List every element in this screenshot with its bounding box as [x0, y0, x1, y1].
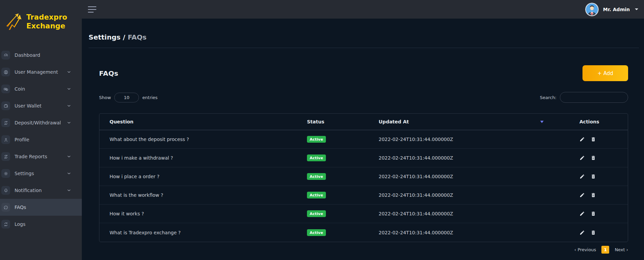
sidebar-item-label: Notification [15, 188, 42, 193]
entries-select[interactable]: 10 [114, 93, 139, 102]
sidebar-item-label: Trade Reports [15, 154, 47, 159]
coins-icon: $ [1, 85, 10, 93]
chevron-down-icon [67, 104, 71, 108]
bell-icon [1, 186, 10, 195]
caret-down-icon [635, 8, 638, 10]
show-entries-control: Show 10 entries [99, 93, 158, 102]
topbar: Mr. Admin [82, 0, 644, 19]
edit-icon[interactable] [579, 174, 585, 179]
table-row: How i place a order ? Active 2022-02-24T… [99, 167, 628, 186]
search-input[interactable] [560, 92, 628, 103]
user-menu[interactable]: Mr. Admin [585, 3, 638, 16]
updated-at-value: 2022-02-24T10:31:44.000000Z [379, 155, 453, 161]
sidebar-item-notification[interactable]: Notification [0, 182, 82, 199]
sidebar-item-user-management[interactable]: User Management [0, 64, 82, 80]
chevron-down-icon [67, 188, 71, 192]
edit-icon[interactable] [579, 155, 585, 161]
column-header-updated-at[interactable]: Updated At [368, 119, 562, 124]
table-row: What is Tradexpro exchange ? Active 2022… [99, 223, 628, 242]
faq-question: How it works ? [99, 211, 297, 216]
pagination-previous[interactable]: ‹ Previous [574, 247, 596, 252]
edit-icon[interactable] [579, 211, 585, 216]
status-badge: Active [307, 192, 326, 198]
sidebar-item-coin[interactable]: $ Coin [0, 80, 82, 97]
edit-icon[interactable] [579, 137, 585, 142]
status-badge: Active [307, 136, 326, 143]
sidebar-item-deposit-withdrawal[interactable]: $ Deposit/Withdrawal [0, 114, 82, 131]
table-row: How i make a withdrawal ? Active 2022-02… [99, 149, 628, 167]
svg-text:$: $ [6, 89, 7, 90]
edit-icon[interactable] [579, 230, 585, 235]
user-circle-icon [1, 68, 10, 76]
faqs-table: Question Status Updated At Actions What … [99, 113, 628, 242]
sidebar-item-label: Deposit/Withdrawal [15, 120, 61, 125]
breadcrumb: Settings / FAQs [89, 19, 639, 48]
table-row: How it works ? Active 2022-02-24T10:31:4… [99, 205, 628, 223]
logs-icon [1, 220, 10, 229]
sidebar-item-faqs[interactable]: ? FAQs [0, 199, 82, 216]
table-row: What is the workflow ? Active 2022-02-24… [99, 186, 628, 205]
sidebar-item-dashboard[interactable]: Dashboard [0, 47, 82, 64]
pagination: ‹ Previous 1 Next › [99, 246, 628, 254]
show-label: Show [99, 95, 111, 100]
sidebar-item-logs[interactable]: Logs [0, 216, 82, 233]
delete-icon[interactable] [591, 155, 596, 161]
delete-icon[interactable] [591, 174, 596, 179]
sidebar-item-trade-reports[interactable]: Trade Reports [0, 148, 82, 165]
chevron-down-icon [67, 155, 71, 159]
sidebar-item-label: User Management [15, 69, 58, 75]
delete-icon[interactable] [591, 137, 596, 142]
app-root: Tradexpro Exchange Dashboard User Manage… [0, 0, 644, 260]
delete-icon[interactable] [591, 230, 596, 235]
breadcrumb-page: FAQs [128, 33, 147, 41]
faq-question: What about the deposit process ? [99, 137, 297, 142]
sidebar-item-label: Profile [15, 137, 29, 142]
trade-reports-icon [1, 152, 10, 161]
table-header-row: Question Status Updated At Actions [99, 114, 628, 130]
sidebar-item-label: Logs [15, 221, 25, 227]
chevron-down-icon [67, 87, 71, 91]
updated-at-value: 2022-02-24T10:31:44.000000Z [379, 230, 453, 235]
chevron-down-icon [67, 121, 71, 125]
svg-text:?: ? [5, 206, 6, 208]
exchange-icon: $ [1, 118, 10, 127]
column-header-question[interactable]: Question [99, 119, 297, 124]
entries-label: entries [142, 95, 158, 100]
add-button[interactable]: + Add [582, 65, 628, 81]
delete-icon[interactable] [591, 211, 596, 216]
faq-icon: ? [1, 203, 10, 212]
svg-text:$: $ [5, 122, 6, 124]
brand-logo-icon [4, 12, 23, 31]
brand-logo[interactable]: Tradexpro Exchange [0, 0, 82, 38]
edit-icon[interactable] [579, 192, 585, 198]
sidebar-item-profile[interactable]: Profile [0, 131, 82, 148]
gear-icon [1, 169, 10, 178]
status-badge: Active [307, 229, 326, 236]
speedometer-icon [1, 51, 10, 60]
column-header-actions: Actions [562, 119, 628, 124]
sidebar-item-user-wallet[interactable]: User Wallet [0, 97, 82, 114]
sidebar-item-label: Settings [15, 171, 34, 176]
column-header-status[interactable]: Status [297, 119, 368, 124]
breadcrumb-section[interactable]: Settings / [89, 33, 125, 41]
page-title: FAQs [99, 69, 118, 77]
sort-desc-icon[interactable] [540, 121, 544, 123]
person-icon [1, 135, 10, 144]
updated-at-value: 2022-02-24T10:31:44.000000Z [379, 137, 453, 142]
faq-question: What is the workflow ? [99, 192, 297, 198]
menu-toggle-icon[interactable] [88, 6, 96, 13]
faq-question: How i place a order ? [99, 174, 297, 179]
sidebar-item-label: Coin [15, 86, 25, 92]
chevron-down-icon [67, 70, 71, 74]
pagination-page-1[interactable]: 1 [601, 246, 609, 254]
sidebar-nav: Dashboard User Management $ Coin User Wa… [0, 47, 82, 233]
updated-at-value: 2022-02-24T10:31:44.000000Z [379, 211, 453, 216]
sidebar-item-settings[interactable]: Settings [0, 165, 82, 182]
status-badge: Active [307, 210, 326, 217]
pagination-next[interactable]: Next › [615, 247, 628, 252]
search-control: Search: [540, 92, 628, 103]
table-row: What about the deposit process ? Active … [99, 130, 628, 149]
delete-icon[interactable] [591, 192, 596, 198]
wallet-icon [1, 101, 10, 110]
main-content: Settings / FAQs FAQs + Add Show 10 entri… [82, 19, 644, 260]
